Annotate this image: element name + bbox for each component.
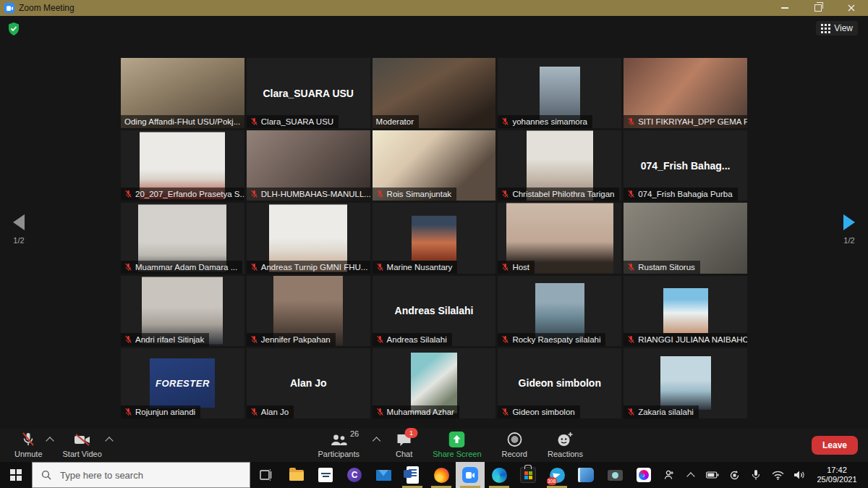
view-button[interactable]: View [816, 21, 858, 35]
participant-avatar [412, 216, 456, 261]
participant-tile[interactable]: Rois Simanjuntak [373, 130, 496, 201]
participant-avatar [660, 356, 711, 410]
gallery-next-page[interactable]: 1/2 [835, 214, 864, 245]
participant-tile[interactable]: Muhammad Azhar [373, 348, 496, 418]
participant-name-label: Muhammad Azhar [373, 405, 459, 418]
video-options-chevron[interactable] [105, 437, 113, 445]
word-document-icon[interactable] [398, 462, 427, 488]
chat-button[interactable]: 1 Chat [391, 432, 417, 458]
participant-tile[interactable]: Zakaria silalahi [624, 348, 747, 418]
search-icon [41, 470, 51, 480]
participant-tile[interactable]: Clara_SUARA USUClara_SUARA USU [247, 58, 370, 128]
participant-name-label: Oding Affandi-FHut USU/Pokj... [121, 115, 244, 128]
participant-tile[interactable]: Jennifer Pakpahan [247, 276, 370, 346]
windows-taskbar: C 308 ♪ 17:42 25/09/2021 [0, 462, 868, 488]
close-button[interactable] [835, 0, 868, 16]
task-view-icon [260, 469, 273, 481]
task-view-button[interactable] [250, 462, 282, 488]
zoom-app-icon[interactable] [456, 462, 485, 488]
sync-tray-icon[interactable] [723, 462, 745, 488]
taskbar-search[interactable] [32, 462, 250, 488]
window-title: Zoom Meeting [19, 3, 75, 13]
participant-tile[interactable]: 20_207_Erfando Prasetya S... [121, 130, 244, 201]
participant-tile[interactable]: Marine Nusantary [373, 203, 496, 273]
participant-name-label: yohannes simamora [498, 115, 592, 128]
participants-label: Participants [318, 450, 359, 458]
people-tray-icon[interactable] [658, 462, 680, 488]
clock-date: 25/09/2021 [810, 475, 864, 484]
participant-tile[interactable]: SITI FIKRIYAH_DPP GEMA P... [624, 58, 747, 128]
chat-badge: 1 [405, 428, 418, 438]
participant-tile[interactable]: Gideon simbolonGideon simbolon [498, 348, 621, 418]
participant-tile[interactable]: RIANGGI JULIANA NAIBAHO [624, 276, 747, 346]
mail-icon[interactable] [369, 462, 398, 488]
participant-avatar [663, 288, 708, 333]
participants-options-chevron[interactable] [373, 437, 380, 445]
security-shield-icon[interactable] [8, 22, 20, 38]
meeting-toolbar: Unmute Start Video 26 Participants [0, 429, 868, 462]
participant-tile[interactable]: Andreas SilalahiAndreas Silalahi [373, 276, 496, 346]
record-button[interactable]: Record [498, 432, 532, 458]
windows-logo-icon [10, 469, 22, 481]
wifi-icon[interactable] [767, 462, 788, 488]
participant-tile[interactable]: Host [498, 203, 621, 273]
participant-name-label: SITI FIKRIYAH_DPP GEMA P... [624, 115, 747, 128]
battery-icon[interactable] [702, 462, 723, 488]
unmute-button[interactable]: Unmute [10, 432, 47, 458]
restore-button[interactable] [801, 0, 835, 16]
chat-label: Chat [396, 450, 412, 458]
shopping-app-icon[interactable] [311, 462, 340, 488]
clock-time: 17:42 [810, 466, 864, 475]
next-arrow-icon[interactable] [843, 214, 855, 230]
leave-button[interactable]: Leave [812, 436, 858, 455]
edge-icon[interactable] [485, 462, 514, 488]
start-button[interactable] [0, 462, 32, 488]
participant-tile[interactable]: Rocky Raespaty silalahi [498, 276, 621, 346]
audio-options-chevron[interactable] [46, 437, 54, 445]
participant-tile[interactable]: DLH-HUMBAHAS-MANULL... [247, 130, 370, 201]
notebook-app-icon[interactable] [571, 462, 600, 488]
c-app-icon[interactable]: C [340, 462, 369, 488]
participants-count: 26 [350, 429, 359, 438]
participant-tile[interactable]: FORESTERRojunjun ariandi [121, 348, 244, 418]
camera-app-icon[interactable] [600, 462, 629, 488]
participant-tile[interactable]: Oding Affandi-FHut USU/Pokj... [121, 58, 244, 128]
music-app-icon[interactable]: ♪ [629, 462, 658, 488]
search-input[interactable] [59, 469, 235, 481]
participant-name-label: Muammar Adam Damara ... [121, 261, 242, 274]
taskbar-clock[interactable]: 17:42 25/09/2021 [810, 466, 864, 484]
participant-tile[interactable]: 074_Frish Bahag...074_Frish Bahagia Purb… [624, 130, 747, 201]
telegram-icon[interactable]: 308 [542, 462, 571, 488]
participant-tile[interactable]: Muammar Adam Damara ... [121, 203, 244, 273]
minimize-button[interactable] [768, 0, 801, 16]
participant-tile[interactable]: Alan JoAlan Jo [247, 348, 370, 418]
participants-button[interactable]: 26 Participants [314, 432, 364, 458]
gallery-prev-page[interactable]: 1/2 [4, 214, 33, 245]
firefox-icon[interactable] [427, 462, 456, 488]
participant-tile[interactable]: Andri rifael Sitinjak [121, 276, 244, 346]
microphone-tray-icon[interactable] [745, 462, 767, 488]
participant-avatar [540, 67, 580, 120]
start-video-button[interactable]: Start Video [59, 432, 106, 458]
microsoft-store-icon[interactable] [514, 462, 542, 488]
share-screen-icon [449, 432, 465, 447]
volume-icon[interactable] [788, 462, 810, 488]
participant-tile[interactable]: yohannes simamora [498, 58, 621, 128]
participant-tile[interactable]: Rustam Sitorus [624, 203, 747, 273]
grid-view-icon [821, 24, 830, 33]
share-screen-label: Share Screen [433, 450, 481, 458]
file-explorer-icon[interactable] [282, 462, 311, 488]
prev-arrow-icon[interactable] [13, 214, 25, 230]
participant-name-label: RIANGGI JULIANA NAIBAHO [624, 333, 747, 346]
participant-tile[interactable]: Andreas Turnip GMNI FHU... [247, 203, 370, 273]
hidden-icons-chevron[interactable] [680, 462, 702, 488]
telegram-badge: 308 [547, 477, 557, 485]
reactions-button[interactable]: Reactions [543, 432, 587, 458]
action-center-icon[interactable] [864, 462, 868, 488]
participant-name-label: Gideon simbolon [498, 405, 579, 418]
zoom-logo-icon [4, 3, 14, 13]
participant-tile[interactable]: Moderator [373, 58, 496, 128]
share-screen-button[interactable]: Share Screen [428, 432, 485, 458]
participant-tile[interactable]: Christabel Philothra Tarigan [498, 130, 621, 201]
participant-name-label: Andri rifael Sitinjak [121, 333, 209, 346]
